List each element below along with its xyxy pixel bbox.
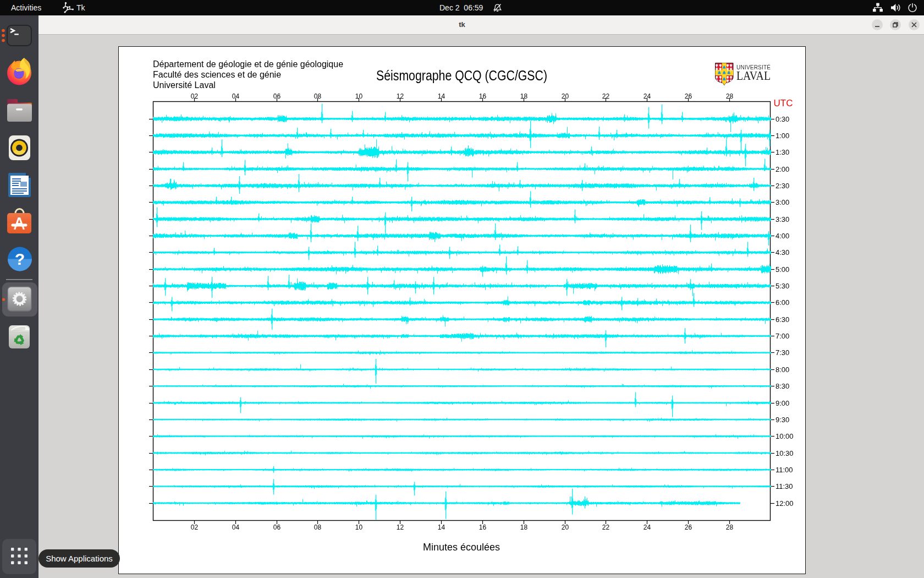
svg-text:?: ?: [15, 250, 25, 268]
